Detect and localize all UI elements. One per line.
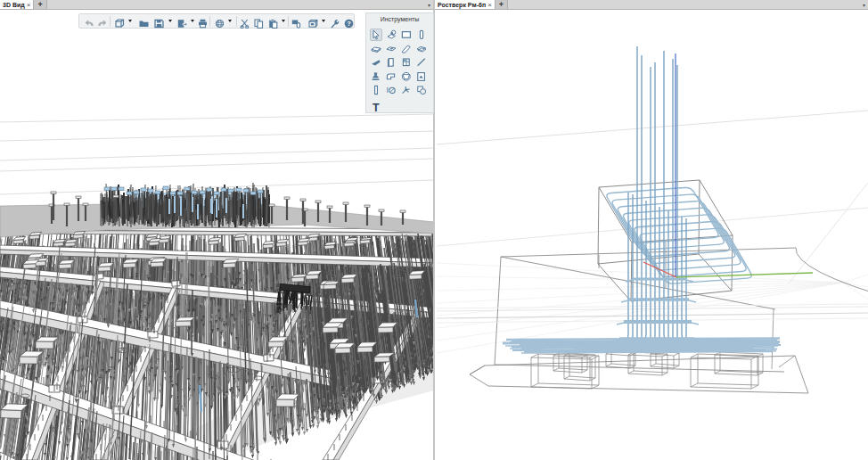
svg-text:?: ?	[347, 20, 351, 28]
svg-text:I: I	[387, 86, 389, 94]
